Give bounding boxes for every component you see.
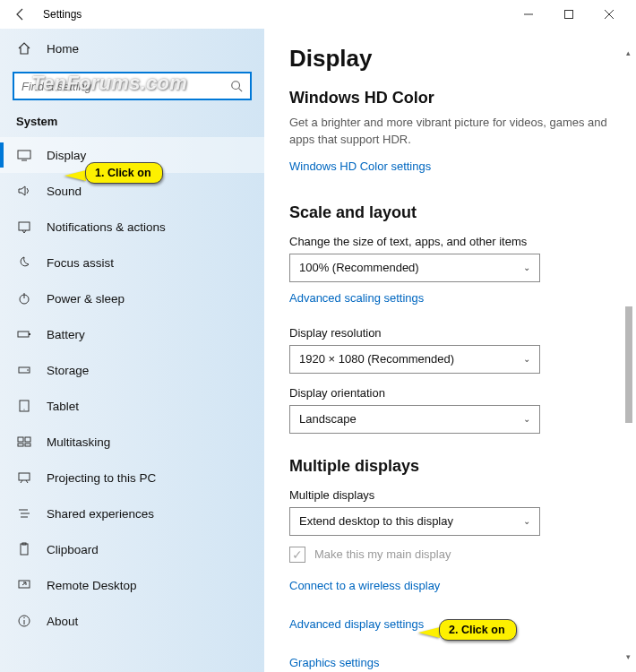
sidebar-item-storage[interactable]: Storage: [0, 352, 264, 388]
home-button[interactable]: Home: [0, 32, 264, 65]
notifications-icon: [16, 220, 32, 234]
hd-color-title: Windows HD Color: [289, 89, 611, 108]
svg-point-16: [23, 409, 24, 409]
scroll-thumb[interactable]: [625, 306, 632, 423]
remote-desktop-icon: [16, 578, 32, 592]
home-label: Home: [47, 42, 79, 56]
titlebar: Settings: [0, 0, 636, 29]
sidebar: Home System Display Sound: [0, 29, 264, 672]
chevron-down-icon: ⌄: [523, 263, 530, 272]
search-input[interactable]: [21, 80, 230, 93]
section-header: System: [0, 109, 264, 137]
multiple-displays-title: Multiple displays: [289, 457, 611, 476]
sidebar-item-battery[interactable]: Battery: [0, 316, 264, 352]
multiple-displays-dropdown[interactable]: Extend desktop to this display ⌄: [289, 507, 540, 536]
sound-icon: [16, 184, 32, 198]
advanced-scaling-link[interactable]: Advanced scaling settings: [289, 291, 424, 305]
callout-2: 2. Click on: [439, 619, 517, 641]
resolution-label: Display resolution: [289, 326, 611, 340]
sidebar-item-multitasking[interactable]: Multitasking: [0, 424, 264, 460]
search-icon: [230, 80, 243, 92]
svg-rect-18: [25, 437, 30, 442]
svg-rect-22: [21, 544, 28, 555]
about-icon: [16, 614, 32, 628]
main-content: Display Windows HD Color Get a brighter …: [264, 29, 636, 672]
scrollbar[interactable]: ▴ ▾: [622, 47, 634, 663]
hd-color-desc: Get a brighter and more vibrant picture …: [289, 115, 611, 149]
power-icon: [16, 291, 32, 306]
connect-wireless-link[interactable]: Connect to a wireless display: [289, 579, 440, 592]
multitasking-icon: [16, 435, 32, 449]
callout-tail: [418, 627, 440, 638]
svg-rect-1: [564, 11, 572, 19]
minimize-button[interactable]: [508, 1, 548, 28]
advanced-display-settings-link[interactable]: Advanced display settings: [289, 617, 424, 631]
resolution-dropdown[interactable]: 1920 × 1080 (Recommended) ⌄: [289, 345, 540, 374]
scroll-down-icon[interactable]: ▾: [622, 650, 634, 663]
orientation-label: Display orientation: [289, 386, 611, 400]
scale-layout-title: Scale and layout: [289, 203, 611, 222]
svg-rect-8: [19, 222, 30, 230]
tablet-icon: [16, 399, 32, 413]
svg-point-4: [232, 82, 240, 90]
graphics-settings-link[interactable]: Graphics settings: [289, 656, 379, 669]
sidebar-item-focus-assist[interactable]: Focus assist: [0, 245, 264, 280]
maximize-button[interactable]: [548, 1, 589, 28]
page-title: Display: [289, 45, 611, 73]
display-icon: [16, 148, 32, 162]
chevron-down-icon: ⌄: [523, 354, 530, 364]
main-display-checkbox: ✓ Make this my main display: [289, 547, 611, 563]
back-button[interactable]: [7, 1, 34, 28]
focus-assist-icon: [16, 255, 32, 270]
text-size-label: Change the size of text, apps, and other…: [289, 235, 611, 248]
sidebar-item-clipboard[interactable]: Clipboard: [0, 531, 264, 567]
callout-tail: [64, 170, 86, 181]
svg-rect-20: [25, 444, 30, 446]
close-button[interactable]: [589, 1, 629, 28]
svg-rect-21: [19, 473, 30, 480]
svg-rect-17: [18, 437, 23, 442]
sidebar-item-notifications[interactable]: Notifications & actions: [0, 209, 264, 245]
multiple-displays-label: Multiple displays: [289, 488, 611, 502]
sidebar-item-tablet[interactable]: Tablet: [0, 388, 264, 424]
window-title: Settings: [43, 8, 82, 21]
chevron-down-icon: ⌄: [523, 516, 530, 526]
checkbox-icon: ✓: [289, 547, 305, 563]
sidebar-item-power-sleep[interactable]: Power & sleep: [0, 280, 264, 316]
battery-icon: [16, 327, 32, 341]
svg-rect-19: [18, 444, 23, 446]
chevron-down-icon: ⌄: [523, 414, 530, 424]
svg-rect-12: [29, 333, 30, 335]
projecting-icon: [16, 470, 32, 485]
orientation-dropdown[interactable]: Landscape ⌄: [289, 405, 540, 434]
sidebar-item-projecting[interactable]: Projecting to this PC: [0, 460, 264, 495]
sidebar-item-shared-experiences[interactable]: Shared experiences: [0, 495, 264, 531]
home-icon: [16, 41, 32, 56]
svg-point-27: [23, 617, 24, 618]
sidebar-item-about[interactable]: About: [0, 603, 264, 639]
nav-list: Display Sound Notifications & actions Fo…: [0, 137, 264, 672]
svg-point-14: [27, 369, 29, 371]
shared-icon: [16, 506, 32, 521]
storage-icon: [16, 363, 32, 377]
callout-1: 1. Click on: [85, 162, 163, 184]
search-input-container[interactable]: [13, 72, 252, 100]
text-size-dropdown[interactable]: 100% (Recommended) ⌄: [289, 254, 540, 282]
sidebar-item-remote-desktop[interactable]: Remote Desktop: [0, 567, 264, 603]
svg-line-5: [239, 89, 243, 92]
clipboard-icon: [16, 542, 32, 556]
hd-color-settings-link[interactable]: Windows HD Color settings: [289, 159, 431, 173]
svg-rect-11: [18, 332, 29, 337]
svg-rect-6: [18, 151, 30, 159]
scroll-up-icon[interactable]: ▴: [622, 47, 634, 59]
